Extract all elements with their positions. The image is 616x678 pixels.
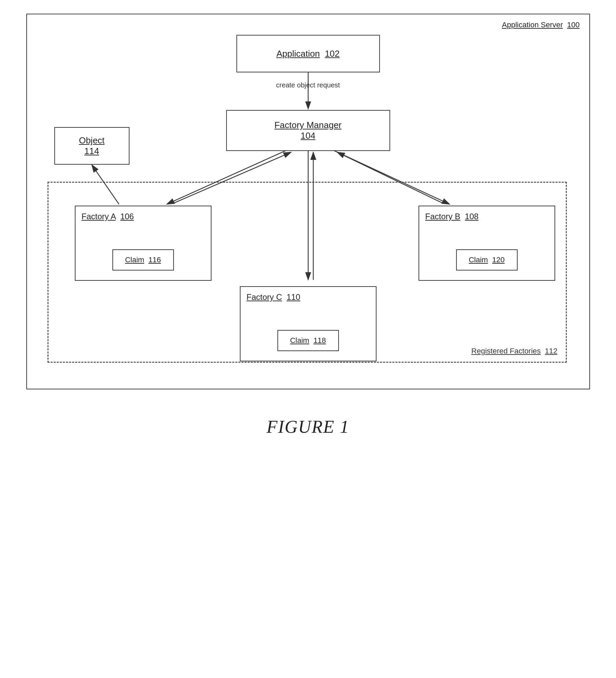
factory-a-number: 106 — [120, 212, 134, 221]
factory-c-text: Factory C — [247, 292, 282, 302]
factory-c-number: 110 — [287, 292, 300, 302]
factory-b-claim-number: 120 — [492, 255, 505, 264]
factory-c-claim-text: Claim — [290, 336, 309, 345]
create-request-text: create object request — [276, 81, 340, 89]
app-server-text: Application Server — [502, 20, 563, 29]
create-request-label: create object request — [276, 81, 340, 89]
factory-b-box: Factory B 108 Claim 120 — [419, 206, 555, 281]
figure-caption-text: FIGURE 1 — [266, 417, 350, 437]
page: Application Server 100 Application 102 c… — [0, 0, 616, 678]
diagram-container: Application Server 100 Application 102 c… — [26, 14, 590, 389]
registered-number: 112 — [545, 347, 558, 355]
factory-b-number: 108 — [465, 212, 479, 221]
factory-a-title: Factory A 106 — [82, 212, 134, 221]
factory-b-claim-box: Claim 120 — [456, 249, 518, 271]
application-number: 102 — [325, 49, 340, 59]
figure-caption: FIGURE 1 — [266, 417, 350, 437]
factory-a-claim-text: Claim — [125, 255, 144, 264]
object-text: Object — [79, 135, 105, 146]
object-number: 114 — [84, 146, 99, 156]
factory-a-claim-box: Claim 116 — [112, 249, 174, 271]
factory-a-text: Factory A — [82, 212, 116, 221]
factory-c-box: Factory C 110 Claim 118 — [240, 286, 377, 361]
factory-manager-text: Factory Manager — [274, 120, 342, 130]
factory-manager-label: Factory Manager104 — [274, 120, 342, 141]
factory-a-box: Factory A 106 Claim 116 — [75, 206, 211, 281]
factory-a-claim-number: 116 — [148, 255, 161, 264]
factory-b-text: Factory B — [425, 212, 461, 221]
factory-b-claim-text: Claim — [469, 255, 488, 264]
factory-manager-box: Factory Manager104 — [226, 110, 390, 151]
app-server-label: Application Server 100 — [502, 20, 580, 29]
application-label: Application 102 — [276, 49, 340, 59]
application-text: Application — [276, 49, 320, 59]
app-server-number: 100 — [567, 20, 580, 29]
registered-label: Registered Factories 112 — [471, 347, 558, 356]
factory-c-claim-number: 118 — [313, 336, 326, 345]
registered-text: Registered Factories — [471, 347, 541, 355]
object-box: Object114 — [54, 127, 129, 165]
application-box: Application 102 — [236, 35, 380, 72]
factory-manager-number: 104 — [301, 130, 315, 141]
factory-c-title: Factory C 110 — [247, 292, 300, 302]
factory-c-claim-box: Claim 118 — [277, 330, 339, 351]
object-label: Object114 — [79, 135, 105, 156]
factory-b-title: Factory B 108 — [425, 212, 479, 221]
